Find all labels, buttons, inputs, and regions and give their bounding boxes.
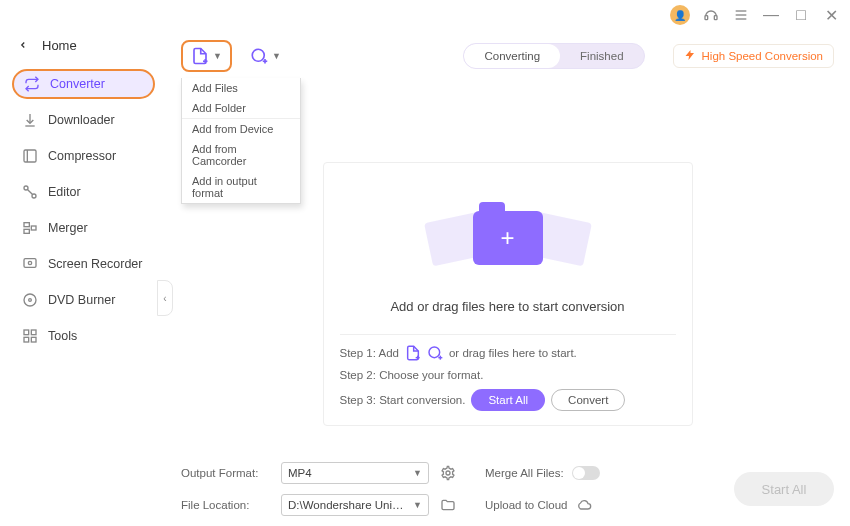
svg-rect-12	[31, 226, 36, 230]
caret-down-icon: ▼	[413, 500, 422, 510]
sidebar-item-label: Converter	[50, 77, 105, 91]
svg-rect-20	[31, 337, 36, 342]
svg-rect-18	[31, 330, 36, 335]
step2-text: Step 2: Choose your format.	[340, 369, 484, 381]
add-file-icon	[191, 47, 209, 65]
tab-converting[interactable]: Converting	[464, 44, 560, 68]
user-avatar[interactable]: 👤	[670, 5, 690, 25]
chevron-left-icon	[18, 38, 28, 53]
svg-rect-1	[714, 16, 717, 20]
merge-files-toggle[interactable]	[572, 466, 600, 480]
dvd-icon	[22, 292, 38, 308]
svg-point-8	[32, 194, 36, 198]
tab-finished[interactable]: Finished	[560, 44, 643, 68]
add-files-menu: Add Files Add Folder Add from Device Add…	[181, 78, 301, 204]
sidebar-item-label: Compressor	[48, 149, 116, 163]
svg-rect-0	[705, 16, 708, 20]
sidebar-item-screen-recorder[interactable]: Screen Recorder	[12, 249, 155, 279]
svg-rect-10	[24, 223, 29, 227]
open-folder-icon[interactable]	[439, 496, 457, 514]
output-format-select[interactable]: MP4▼	[281, 462, 429, 484]
close-button[interactable]: ✕	[822, 6, 840, 24]
high-speed-button[interactable]: High Speed Conversion	[673, 44, 834, 68]
step1-text-a: Step 1: Add	[340, 347, 399, 359]
add-files-dropdown[interactable]: ▼	[181, 40, 232, 72]
sidebar-item-label: Downloader	[48, 113, 115, 127]
support-icon[interactable]	[702, 6, 720, 24]
svg-point-28	[429, 347, 440, 358]
menu-add-files[interactable]: Add Files	[182, 78, 300, 98]
sidebar-item-editor[interactable]: Editor	[12, 177, 155, 207]
svg-point-14	[28, 261, 31, 264]
sidebar-item-label: Tools	[48, 329, 77, 343]
minimize-button[interactable]: —	[762, 6, 780, 24]
add-disc-icon[interactable]	[427, 345, 443, 361]
menu-icon[interactable]	[732, 6, 750, 24]
menu-add-from-device[interactable]: Add from Device	[182, 119, 300, 139]
output-format-label: Output Format:	[181, 467, 271, 479]
drop-area[interactable]: + Add or drag files here to start conver…	[323, 162, 693, 426]
step1-text-b: or drag files here to start.	[449, 347, 577, 359]
drop-message: Add or drag files here to start conversi…	[340, 299, 676, 314]
menu-add-from-camcorder[interactable]: Add from Camcorder	[182, 139, 300, 171]
sidebar-item-label: DVD Burner	[48, 293, 115, 307]
menu-add-folder[interactable]: Add Folder	[182, 98, 300, 118]
tools-icon	[22, 328, 38, 344]
svg-rect-5	[24, 150, 36, 162]
add-file-icon[interactable]	[405, 345, 421, 361]
caret-down-icon: ▼	[213, 51, 222, 61]
svg-point-31	[446, 471, 450, 475]
sidebar-item-dvd-burner[interactable]: DVD Burner	[12, 285, 155, 315]
lightning-icon	[684, 49, 696, 63]
svg-point-15	[24, 294, 36, 306]
download-icon	[22, 112, 38, 128]
sidebar-item-label: Editor	[48, 185, 81, 199]
merge-files-label: Merge All Files:	[485, 467, 564, 479]
maximize-button[interactable]: □	[792, 6, 810, 24]
sidebar-item-downloader[interactable]: Downloader	[12, 105, 155, 135]
convert-button[interactable]: Convert	[551, 389, 625, 411]
sidebar-item-label: Merger	[48, 221, 88, 235]
home-label: Home	[42, 38, 77, 53]
cloud-icon[interactable]	[575, 496, 593, 514]
svg-rect-11	[24, 229, 29, 233]
sidebar-item-merger[interactable]: Merger	[12, 213, 155, 243]
svg-rect-19	[24, 337, 29, 342]
high-speed-label: High Speed Conversion	[702, 50, 823, 62]
svg-rect-13	[24, 259, 36, 268]
upload-cloud-label: Upload to Cloud	[485, 499, 567, 511]
svg-rect-17	[24, 330, 29, 335]
svg-line-9	[28, 190, 33, 195]
svg-point-7	[24, 186, 28, 190]
menu-add-in-output-format[interactable]: Add in output format	[182, 171, 300, 203]
add-url-dropdown[interactable]: ▼	[242, 42, 289, 70]
editor-icon	[22, 184, 38, 200]
home-back[interactable]: Home	[12, 36, 155, 61]
caret-down-icon: ▼	[413, 468, 422, 478]
folder-plus-icon: +	[473, 211, 543, 265]
compressor-icon	[22, 148, 38, 164]
start-all-footer-button[interactable]: Start All	[734, 472, 834, 506]
svg-point-23	[252, 49, 264, 61]
start-all-button[interactable]: Start All	[471, 389, 545, 411]
sidebar-item-tools[interactable]: Tools	[12, 321, 155, 351]
sidebar-item-converter[interactable]: Converter	[12, 69, 155, 99]
file-location-select[interactable]: D:\Wondershare UniConverter 1▼	[281, 494, 429, 516]
sidebar-item-compressor[interactable]: Compressor	[12, 141, 155, 171]
svg-point-16	[29, 299, 32, 302]
merger-icon	[22, 220, 38, 236]
step3-text: Step 3: Start conversion.	[340, 394, 466, 406]
add-disc-icon	[250, 47, 268, 65]
output-settings-icon[interactable]	[439, 464, 457, 482]
caret-down-icon: ▼	[272, 51, 281, 61]
converter-icon	[24, 76, 40, 92]
drop-illustration: +	[340, 183, 676, 293]
file-location-label: File Location:	[181, 499, 271, 511]
sidebar-item-label: Screen Recorder	[48, 257, 143, 271]
recorder-icon	[22, 256, 38, 272]
